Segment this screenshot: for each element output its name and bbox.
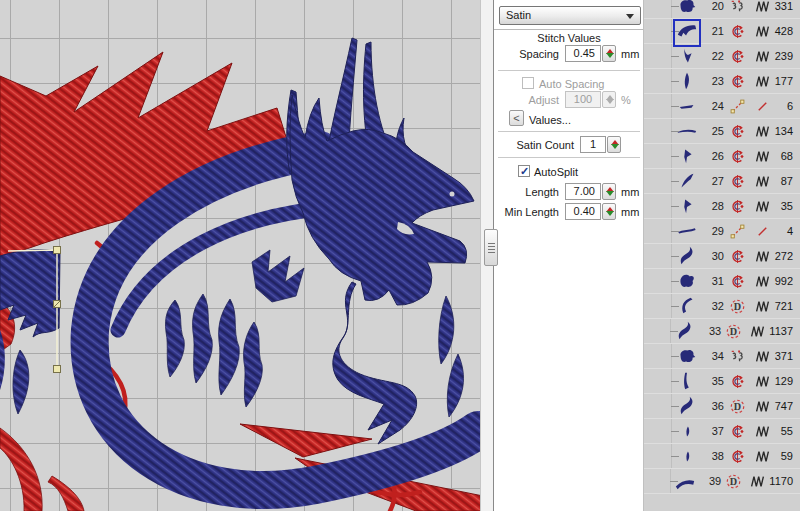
row-left-gutter	[644, 44, 672, 68]
stitch-count: 55	[774, 425, 800, 437]
object-thumbnail[interactable]	[672, 94, 702, 119]
stitch-count: 1170	[769, 475, 800, 487]
object-type-icon	[724, 199, 750, 214]
object-row[interactable]: 25 134	[644, 119, 800, 144]
object-row[interactable]: 21 428	[644, 19, 800, 44]
spinner-down-icon[interactable]	[606, 191, 614, 196]
object-thumbnail[interactable]	[672, 119, 702, 144]
stitch-type-icon	[750, 199, 774, 214]
panel-separator	[498, 70, 640, 71]
object-row[interactable]: 37 55	[644, 419, 800, 444]
object-row[interactable]: 34 371	[644, 344, 800, 369]
values-button-label[interactable]: Values...	[529, 112, 571, 128]
stitch-type-icon	[750, 249, 774, 264]
object-thumbnail[interactable]	[672, 294, 702, 319]
object-thumbnail[interactable]	[672, 419, 702, 444]
row-left-gutter	[644, 0, 672, 18]
spinner-down-icon[interactable]	[606, 99, 614, 104]
object-thumbnail[interactable]	[672, 194, 702, 219]
row-left-gutter	[644, 419, 672, 443]
object-thumbnail[interactable]	[672, 44, 702, 69]
row-number: 24	[702, 100, 724, 112]
spinner-down-icon[interactable]	[606, 53, 614, 58]
splitter-grip-handle[interactable]	[484, 229, 498, 266]
object-list[interactable]: 20 331 21 428	[643, 0, 800, 511]
spinner-down-icon[interactable]	[606, 211, 614, 216]
object-row[interactable]: 23 177	[644, 69, 800, 94]
panel-separator	[498, 131, 640, 132]
object-thumbnail[interactable]	[672, 219, 702, 244]
object-thumbnail[interactable]	[672, 394, 702, 419]
object-type-icon	[724, 449, 750, 464]
object-thumbnail[interactable]	[672, 69, 702, 94]
satin-count-input[interactable]: 1	[580, 136, 606, 153]
adjust-input[interactable]: 100	[565, 91, 601, 108]
spacing-spinner[interactable]	[602, 45, 616, 62]
min-length-spinner[interactable]	[602, 203, 616, 220]
spinner-down-icon[interactable]	[611, 144, 619, 149]
row-number: 31	[702, 275, 724, 287]
stitch-type-icon	[750, 349, 774, 364]
row-number: 37	[702, 425, 724, 437]
object-thumbnail[interactable]	[672, 169, 702, 194]
object-row[interactable]: 20 331	[644, 0, 800, 19]
object-row[interactable]: 33 1137	[644, 319, 800, 344]
object-row[interactable]: 30 272	[644, 244, 800, 269]
row-left-gutter	[644, 444, 672, 468]
object-row[interactable]: 26 68	[644, 144, 800, 169]
adjust-spinner[interactable]	[602, 91, 616, 108]
object-row[interactable]: 32 721	[644, 294, 800, 319]
row-left-gutter	[644, 169, 672, 193]
object-row[interactable]: 35 129	[644, 369, 800, 394]
object-row[interactable]: 38 59	[644, 444, 800, 469]
object-row[interactable]: 27 87	[644, 169, 800, 194]
design-canvas[interactable]	[0, 0, 480, 511]
satin-count-spinner[interactable]	[607, 136, 621, 153]
object-thumbnail[interactable]	[672, 0, 702, 19]
stitch-count: 177	[774, 75, 800, 87]
autosplit-checkbox[interactable]	[518, 165, 530, 177]
object-thumbnail[interactable]	[672, 369, 702, 394]
min-length-input[interactable]: 0.40	[565, 203, 601, 220]
row-number: 36	[702, 400, 724, 412]
stitch-type-icon	[746, 474, 769, 489]
auto-spacing-label: Auto Spacing	[539, 76, 604, 92]
stitch-type-dropdown[interactable]: Satin	[499, 6, 641, 25]
values-expand-button[interactable]: <	[509, 110, 524, 126]
adjust-row: Adjust 100 %	[494, 92, 644, 109]
object-row[interactable]: 28 35	[644, 194, 800, 219]
object-type-icon	[724, 224, 750, 239]
embroidery-editor-window: Satin Stitch Values Spacing 0.45 mm Auto…	[0, 0, 800, 511]
stitch-type-icon	[750, 399, 774, 414]
object-type-icon	[724, 124, 750, 139]
object-thumbnail[interactable]	[671, 469, 700, 494]
object-row[interactable]: 36 747	[644, 394, 800, 419]
length-spinner[interactable]	[602, 183, 616, 200]
section-title: Stitch Values	[494, 32, 644, 44]
object-row[interactable]: 31 992	[644, 269, 800, 294]
stitch-count: 371	[774, 350, 800, 362]
object-type-icon	[724, 74, 750, 89]
row-left-gutter	[644, 19, 672, 43]
spacing-input[interactable]: 0.45	[565, 45, 601, 62]
object-row[interactable]: 22 239	[644, 44, 800, 69]
dropdown-arrow-icon	[626, 14, 634, 19]
object-thumbnail[interactable]	[672, 269, 702, 294]
object-thumbnail[interactable]	[672, 444, 702, 469]
row-left-gutter	[644, 94, 672, 118]
auto-spacing-checkbox[interactable]	[522, 77, 534, 89]
length-input[interactable]: 7.00	[565, 183, 601, 200]
stitch-type-icon	[750, 0, 774, 14]
object-row[interactable]: 24 6	[644, 94, 800, 119]
dragon-flame-tufts	[165, 294, 262, 407]
object-thumbnail[interactable]	[672, 19, 702, 44]
object-row[interactable]: 39 1170	[644, 469, 800, 494]
object-thumbnail[interactable]	[672, 144, 702, 169]
object-thumbnail[interactable]	[672, 244, 702, 269]
row-number: 29	[702, 225, 724, 237]
object-row[interactable]: 29 4	[644, 219, 800, 244]
stitch-type-icon	[750, 449, 774, 464]
min-length-row: Min Length 0.40 mm	[494, 204, 644, 221]
object-thumbnail[interactable]	[672, 344, 702, 369]
object-thumbnail[interactable]	[671, 319, 700, 344]
